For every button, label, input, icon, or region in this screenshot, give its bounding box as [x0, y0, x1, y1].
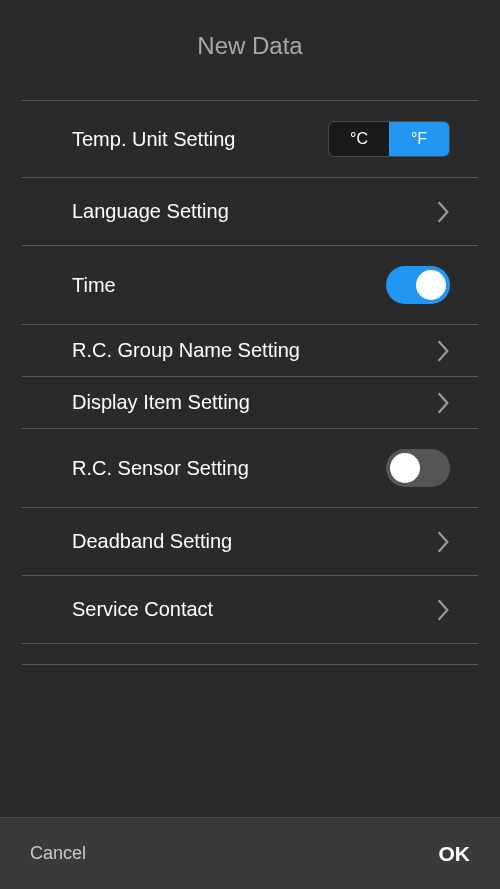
temp-unit-segmented[interactable]: °C °F	[328, 121, 450, 157]
row-label-display-item: Display Item Setting	[72, 389, 250, 416]
chevron-right-icon	[436, 598, 450, 622]
page-title: New Data	[0, 32, 500, 60]
temp-unit-fahrenheit[interactable]: °F	[389, 122, 449, 156]
footer-bar: Cancel OK	[0, 817, 500, 889]
ok-button[interactable]: OK	[439, 842, 471, 866]
row-service-contact[interactable]: Service Contact	[22, 576, 478, 644]
cancel-button[interactable]: Cancel	[30, 843, 86, 864]
chevron-right-icon	[436, 339, 450, 363]
row-sensor[interactable]: R.C. Sensor Setting	[22, 429, 478, 508]
row-language[interactable]: Language Setting	[22, 178, 478, 246]
row-label-sensor: R.C. Sensor Setting	[72, 455, 249, 482]
toggle-knob	[390, 453, 420, 483]
chevron-right-icon	[436, 200, 450, 224]
chevron-right-icon	[436, 530, 450, 554]
row-deadband[interactable]: Deadband Setting	[22, 508, 478, 576]
row-label-time: Time	[72, 272, 116, 299]
toggle-knob	[416, 270, 446, 300]
header: New Data	[0, 0, 500, 76]
row-temp-unit[interactable]: Temp. Unit Setting °C °F	[22, 101, 478, 178]
row-label-group-name: R.C. Group Name Setting	[72, 337, 300, 364]
settings-list: Temp. Unit Setting °C °F Language Settin…	[0, 76, 500, 817]
row-label-service-contact: Service Contact	[72, 596, 213, 623]
row-time[interactable]: Time	[22, 246, 478, 325]
row-label-deadband: Deadband Setting	[72, 528, 232, 555]
row-display-item[interactable]: Display Item Setting	[22, 377, 478, 429]
bottom-divider	[22, 664, 478, 665]
temp-unit-celsius[interactable]: °C	[329, 122, 389, 156]
row-label-language: Language Setting	[72, 198, 229, 225]
row-label-temp-unit: Temp. Unit Setting	[72, 126, 235, 153]
sensor-toggle[interactable]	[386, 449, 450, 487]
chevron-right-icon	[436, 391, 450, 415]
row-group-name[interactable]: R.C. Group Name Setting	[22, 325, 478, 377]
time-toggle[interactable]	[386, 266, 450, 304]
